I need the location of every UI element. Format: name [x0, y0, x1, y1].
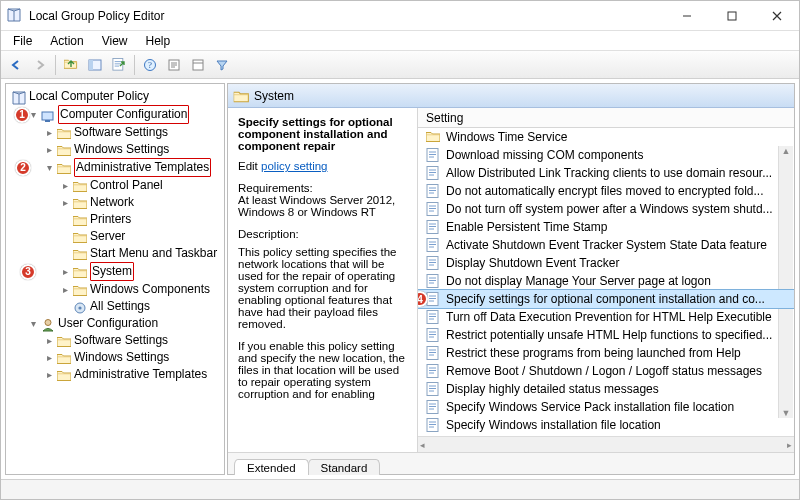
tree-root[interactable]: Local Computer Policy: [10, 88, 222, 105]
chevron-right-icon[interactable]: ▸: [44, 349, 54, 366]
setting-label: Specify Windows installation file locati…: [446, 418, 661, 432]
chevron-right-icon[interactable]: ▸: [60, 263, 70, 280]
chevron-right-icon[interactable]: ▸: [60, 281, 70, 298]
setting-row[interactable]: Activate Shutdown Event Tracker System S…: [418, 236, 794, 254]
setting-label: Display Shutdown Event Tracker: [446, 256, 619, 270]
tree-at-network[interactable]: ▸Network: [58, 194, 222, 211]
tree-uc-windows-settings[interactable]: ▸Windows Settings: [42, 349, 222, 366]
forward-button[interactable]: [29, 54, 51, 76]
tab-extended[interactable]: Extended: [234, 459, 309, 475]
column-header-setting[interactable]: Setting: [418, 108, 794, 128]
setting-label: Specify Windows Service Pack installatio…: [446, 400, 734, 414]
minimize-button[interactable]: [664, 1, 709, 30]
label: Printers: [90, 211, 131, 228]
tree-cc-windows-settings[interactable]: ▸Windows Settings: [42, 141, 222, 158]
chevron-right-icon[interactable]: ▸: [44, 366, 54, 383]
tree-user-configuration[interactable]: ▾ User Configuration: [26, 315, 222, 332]
window-title: Local Group Policy Editor: [29, 9, 664, 23]
setting-label: Restrict these programs from being launc…: [446, 346, 741, 360]
tree-cc-admin-templates[interactable]: 2 ▾ Administrative Templates: [42, 158, 222, 177]
export-button[interactable]: [108, 54, 130, 76]
toolbar: ?: [1, 51, 799, 79]
setting-row[interactable]: Specify settings for optional component …: [418, 290, 794, 308]
back-button[interactable]: [5, 54, 27, 76]
tree-uc-admin-templates[interactable]: ▸Administrative Templates: [42, 366, 222, 383]
label: Administrative Templates: [74, 366, 207, 383]
chevron-right-icon[interactable]: ▸: [60, 194, 70, 211]
folder-icon: [57, 369, 71, 381]
chevron-right-icon[interactable]: ▸: [44, 332, 54, 349]
tree-at-control-panel[interactable]: ▸Control Panel: [58, 177, 222, 194]
chevron-down-icon[interactable]: ▾: [44, 159, 54, 176]
folder-icon: [73, 231, 87, 243]
label: Software Settings: [74, 332, 168, 349]
chevron-right-icon[interactable]: ▸: [44, 141, 54, 158]
close-button[interactable]: [754, 1, 799, 30]
policy-icon: [426, 220, 440, 234]
setting-label: Download missing COM components: [446, 148, 643, 162]
setting-row[interactable]: Allow Distributed Link Tracking clients …: [418, 164, 794, 182]
folder-icon: [73, 180, 87, 192]
chevron-right-icon[interactable]: ▸: [60, 177, 70, 194]
tab-standard[interactable]: Standard: [308, 459, 381, 475]
menu-view[interactable]: View: [100, 32, 130, 50]
policy-tree[interactable]: Local Computer Policy 1 ▾ Computer Confi…: [8, 88, 222, 383]
tree-at-system[interactable]: 3 ▸ System: [58, 262, 222, 281]
tree-at-server[interactable]: Server: [58, 228, 222, 245]
horizontal-scrollbar[interactable]: ◂▸: [418, 436, 794, 452]
setting-row[interactable]: Restrict potentially unsafe HTML Help fu…: [418, 326, 794, 344]
tree-at-start-menu[interactable]: Start Menu and Taskbar: [58, 245, 222, 262]
chevron-right-icon[interactable]: ▸: [44, 124, 54, 141]
setting-row[interactable]: Do not automatically encrypt files moved…: [418, 182, 794, 200]
setting-row[interactable]: Do not display Manage Your Server page a…: [418, 272, 794, 290]
filter-button[interactable]: [211, 54, 233, 76]
tree-uc-software-settings[interactable]: ▸Software Settings: [42, 332, 222, 349]
filter-options-button[interactable]: [187, 54, 209, 76]
tree-at-all-settings[interactable]: All Settings: [58, 298, 222, 315]
label: Windows Settings: [74, 349, 169, 366]
maximize-button[interactable]: [709, 1, 754, 30]
setting-label: Do not turn off system power after a Win…: [446, 202, 773, 216]
gpedit-window: Local Group Policy Editor File Action Vi…: [0, 0, 800, 500]
menu-action[interactable]: Action: [48, 32, 85, 50]
setting-label: Activate Shutdown Event Tracker System S…: [446, 238, 767, 252]
up-button[interactable]: [60, 54, 82, 76]
show-hide-tree-button[interactable]: [84, 54, 106, 76]
edit-policy-link[interactable]: policy setting: [261, 160, 327, 172]
tree-cc-software-settings[interactable]: ▸Software Settings: [42, 124, 222, 141]
tree-pane[interactable]: Local Computer Policy 1 ▾ Computer Confi…: [5, 83, 225, 475]
callout-2: 2: [15, 160, 31, 176]
svg-rect-8: [89, 60, 93, 70]
setting-row[interactable]: Display highly detailed status messages: [418, 380, 794, 398]
setting-label: Windows Time Service: [446, 130, 567, 144]
setting-row[interactable]: Specify Windows installation file locati…: [418, 416, 794, 434]
setting-row[interactable]: Windows Time Service: [418, 128, 794, 146]
setting-row[interactable]: Download missing COM components: [418, 146, 794, 164]
folder-icon: [73, 248, 87, 260]
settings-list[interactable]: ▲▼ Windows Time ServiceDownload missing …: [418, 128, 794, 436]
tree-at-windows-components[interactable]: ▸Windows Components: [58, 281, 222, 298]
tree-at-printers[interactable]: Printers: [58, 211, 222, 228]
setting-row[interactable]: Turn off Data Execution Prevention for H…: [418, 308, 794, 326]
setting-row[interactable]: Display Shutdown Event Tracker: [418, 254, 794, 272]
setting-label: Specify settings for optional component …: [446, 292, 765, 306]
menu-file[interactable]: File: [11, 32, 34, 50]
properties-button[interactable]: [163, 54, 185, 76]
menu-help[interactable]: Help: [144, 32, 173, 50]
details-header: System: [228, 84, 794, 108]
help-button[interactable]: ?: [139, 54, 161, 76]
tree-computer-configuration[interactable]: 1 ▾ Computer Configuration: [26, 105, 222, 124]
setting-row[interactable]: Enable Persistent Time Stamp: [418, 218, 794, 236]
policy-icon: [426, 166, 440, 180]
window-buttons: [664, 1, 799, 30]
chevron-down-icon[interactable]: ▾: [28, 315, 38, 332]
label: Administrative Templates: [74, 158, 211, 177]
titlebar: Local Group Policy Editor: [1, 1, 799, 31]
setting-label: Turn off Data Execution Prevention for H…: [446, 310, 772, 324]
setting-row[interactable]: Restrict these programs from being launc…: [418, 344, 794, 362]
setting-row[interactable]: Do not turn off system power after a Win…: [418, 200, 794, 218]
policy-icon: [426, 256, 440, 270]
setting-row[interactable]: Specify Windows Service Pack installatio…: [418, 398, 794, 416]
folder-icon: [57, 335, 71, 347]
setting-row[interactable]: Remove Boot / Shutdown / Logon / Logoff …: [418, 362, 794, 380]
